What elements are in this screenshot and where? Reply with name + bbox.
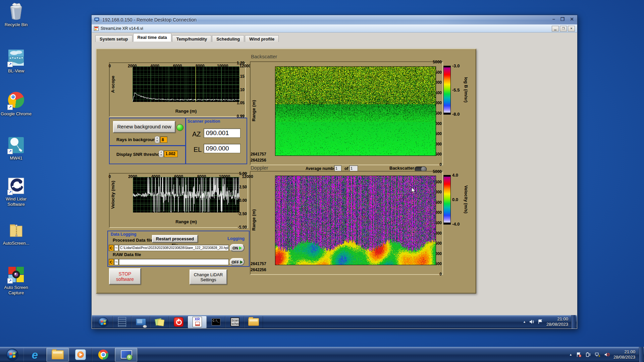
processed-logging-on-button[interactable]: ON bbox=[230, 244, 245, 252]
host-tray-volume-muted-icon[interactable] bbox=[604, 352, 610, 357]
host-tray-action-center-icon[interactable] bbox=[576, 352, 582, 357]
desktop-icon-label: Wind Lidar Software bbox=[1, 196, 32, 207]
desktop-icon-google-chrome[interactable]: ↗ Google Chrome bbox=[1, 91, 32, 117]
remote-taskbar-explorer[interactable] bbox=[244, 316, 263, 328]
host-taskbar-media-player[interactable] bbox=[69, 348, 92, 362]
raw-drive-box[interactable]: C bbox=[109, 259, 114, 265]
remote-tray-action-center-icon[interactable] bbox=[538, 319, 543, 325]
backscatter-time-end: 2642256 bbox=[251, 157, 442, 163]
remote-taskbar-command-prompt[interactable]: C:\_ bbox=[207, 316, 225, 328]
desktop-icon-label: MW41 bbox=[1, 156, 32, 161]
main-panel: A-scope 1.201.151.101.050.99 02000400060… bbox=[96, 49, 476, 294]
app-window-title: StreamLine XR v14-6.vi bbox=[101, 26, 143, 31]
remote-taskbar-sticky-notes[interactable] bbox=[150, 316, 169, 328]
desktop-icon-label: Google Chrome bbox=[1, 111, 32, 117]
desktop-icon-bl-view[interactable]: ↗ BL-View bbox=[1, 49, 32, 74]
backscatter-colorbar-ticks: -3.0-5.5-8.0 bbox=[451, 66, 464, 114]
close-icon[interactable]: ✕ bbox=[570, 16, 574, 22]
host-taskbar-remote-desktop[interactable]: × bbox=[115, 348, 138, 362]
host-start-button[interactable] bbox=[1, 348, 23, 362]
remote-taskbar-display-settings[interactable] bbox=[131, 316, 150, 328]
shortcut-arrow-icon: ↗ bbox=[7, 62, 13, 67]
host-tray-clock[interactable]: 21:00 28/08/2023 bbox=[613, 349, 635, 360]
backscatter-toggle-label: Backscatter bbox=[389, 166, 414, 171]
average-number-field[interactable]: 1 bbox=[334, 165, 341, 171]
remote-clock-time: 21:00 bbox=[546, 316, 568, 322]
internet-explorer-icon: e bbox=[32, 349, 38, 360]
remote-show-desktop-button[interactable] bbox=[571, 315, 576, 328]
velocity-y-axis-label: Velocity (m/s) bbox=[110, 177, 115, 213]
data-logging-title: Data Logging bbox=[111, 232, 137, 237]
snr-spinner[interactable]: ▲▼ bbox=[159, 150, 164, 158]
windows-start-icon bbox=[6, 348, 19, 361]
processed-path-field[interactable]: C:\Lidar\Data\Proc\2023\202308\20230828\… bbox=[119, 245, 229, 251]
processed-drive-box[interactable]: C bbox=[109, 245, 114, 251]
host-tray-network-icon[interactable] bbox=[595, 352, 600, 357]
app-close-icon[interactable]: ✕ bbox=[568, 26, 575, 32]
doppler-heatmap bbox=[275, 176, 436, 265]
change-lidar-settings-button[interactable]: Change LiDAR Settings bbox=[190, 269, 227, 285]
rdp-window-icon bbox=[94, 17, 100, 22]
remote-taskbar-notepad[interactable] bbox=[113, 316, 131, 328]
host-taskbar-chrome[interactable] bbox=[92, 348, 115, 362]
average-total-field[interactable]: 1 bbox=[349, 165, 358, 171]
minimize-icon[interactable]: – bbox=[552, 16, 555, 22]
rays-spinner[interactable]: ▲▼ bbox=[155, 136, 160, 143]
az-value-field[interactable]: 090.001 bbox=[204, 128, 240, 138]
host-taskbar-explorer[interactable] bbox=[46, 348, 69, 362]
backscatter-graph: Range (m) 500045004000350030002500200015… bbox=[250, 61, 443, 165]
tab-system-setup[interactable]: System setup bbox=[95, 35, 132, 43]
scan-sched-icon: Scan sched bbox=[230, 317, 239, 326]
remote-tray-clock[interactable]: 21:00 28/08/2023 bbox=[546, 316, 568, 327]
stop-software-button[interactable]: STOP software bbox=[109, 268, 141, 285]
tab-scheduling[interactable]: Scheduling bbox=[212, 35, 244, 43]
desktop-icon-auto-screen-capture[interactable]: ↗ Auto Screen Capture bbox=[1, 265, 32, 296]
desktop-icon-wind-lidar[interactable]: ↗ Wind Lidar Software bbox=[1, 177, 32, 207]
rays-value-field[interactable]: 8 bbox=[160, 136, 167, 143]
notepad-icon bbox=[118, 317, 126, 327]
app-minimize-icon[interactable]: ▁ bbox=[552, 26, 559, 32]
app-titlebar[interactable]: StreamLine XR v14-6.vi ▁ ❐ ✕ bbox=[92, 24, 577, 33]
mw41-icon: ↗ bbox=[7, 136, 25, 154]
processed-browse-icon[interactable]: % bbox=[114, 245, 118, 251]
processed-data-file-label: Processed Data file bbox=[113, 238, 153, 243]
velocity-graph: Velocity (m/s) 5.002.500.00-2.50-5.00 02… bbox=[109, 173, 248, 228]
rays-in-background-label: Rays in background bbox=[116, 137, 158, 142]
desktop-icon-recycle-bin[interactable]: Recycle Bin bbox=[1, 3, 32, 27]
remote-taskbar-stop-app[interactable] bbox=[169, 316, 188, 328]
ascope-graph: A-scope 1.201.151.101.050.99 02000400060… bbox=[109, 62, 246, 117]
remote-tray-expand-icon[interactable]: ▲ bbox=[523, 320, 526, 323]
remote-start-button[interactable] bbox=[94, 316, 113, 328]
app-content: A-scope 1.201.151.101.050.99 02000400060… bbox=[92, 42, 577, 315]
remote-taskbar-scan-scheduler[interactable]: Scan sched bbox=[225, 316, 244, 328]
raw-path-field[interactable] bbox=[119, 259, 229, 265]
windows-start-icon bbox=[98, 317, 109, 327]
tab-temp-humidity[interactable]: Temp/humidity bbox=[172, 35, 211, 43]
raw-browse-icon[interactable]: % bbox=[114, 259, 118, 265]
el-value-field[interactable]: 090.000 bbox=[204, 144, 240, 153]
ascope-cursor[interactable] bbox=[196, 66, 196, 102]
shortcut-arrow-icon: ↗ bbox=[7, 149, 13, 154]
scanner-position-title: Scanner position bbox=[187, 119, 220, 124]
host-tray-power-icon[interactable] bbox=[585, 352, 591, 357]
rdp-titlebar[interactable]: 192.168.0.150 - Remote Desktop Connectio… bbox=[92, 15, 577, 24]
maximize-icon[interactable]: ❐ bbox=[560, 16, 565, 22]
desktop-icon-mw41[interactable]: ↗ MW41 bbox=[1, 136, 32, 161]
remote-clock-date: 28/08/2023 bbox=[546, 322, 568, 327]
snr-value-field[interactable]: 1.002 bbox=[164, 150, 178, 157]
remote-tray-speaker-icon[interactable] bbox=[529, 319, 535, 325]
raw-logging-off-button[interactable]: OFF bbox=[230, 258, 245, 266]
tab-wind-profile[interactable]: Wind profile bbox=[245, 35, 279, 43]
renew-background-button[interactable]: Renew background now bbox=[113, 121, 175, 133]
backscatter-heatmap bbox=[275, 66, 436, 156]
bl-view-icon: ↗ bbox=[7, 49, 25, 67]
host-tray-expand-icon[interactable]: ▲ bbox=[569, 353, 572, 356]
desktop-icon-autoscreen-zip[interactable]: AutoScreen... bbox=[1, 221, 32, 246]
remote-taskbar-streamline-xr[interactable]: XR bbox=[188, 316, 207, 328]
app-restore-icon[interactable]: ❐ bbox=[560, 26, 567, 32]
restart-processed-file-button[interactable]: Restart processed file bbox=[152, 235, 198, 243]
velocity-x-axis-label: Range (m) bbox=[133, 219, 239, 224]
tab-real-time-data[interactable]: Real time data bbox=[133, 33, 171, 42]
host-taskbar-internet-explorer[interactable]: e bbox=[23, 348, 46, 362]
host-show-desktop-button[interactable] bbox=[639, 347, 643, 362]
